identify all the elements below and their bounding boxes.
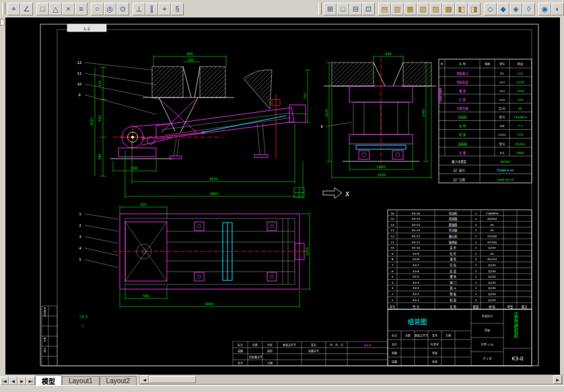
tab-nav-first[interactable]: |◀	[0, 377, 9, 385]
osnap-center-icon[interactable]: ○	[91, 3, 104, 15]
side-view: 900 250 410 560 580 1620 740 3150 3960 5…	[77, 52, 310, 198]
drawing-type: 组装图	[408, 318, 427, 325]
svg-text:12: 12	[77, 61, 81, 65]
right-view-icon[interactable]: ▧	[417, 3, 429, 15]
tab-layout2[interactable]: Layout2	[100, 376, 137, 385]
svg-text:1500: 1500	[378, 173, 386, 177]
svg-text:740: 740	[303, 93, 307, 100]
tab-model[interactable]: 模型	[35, 375, 62, 385]
svg-text:900: 900	[186, 52, 193, 56]
svg-text:15K3-15减速器1ZQ350: 15K3-15减速器1ZQ350	[390, 217, 497, 221]
svg-text:580: 580	[98, 153, 102, 160]
autocad-window: ⌖ ∠ □ △ × ≡ ○ ◎ ⊙ ⊥ ∥ + § ⊞ □ ⊟ ⊡ ▤ ▥ ▦ …	[0, 0, 564, 392]
svg-text:技术特性: 技术特性	[438, 87, 442, 104]
roughness-note: ▽6.3	[79, 315, 87, 319]
front-view-icon[interactable]: ▨	[429, 3, 442, 15]
view-next-icon[interactable]: ◨	[468, 3, 481, 15]
margin-table: 底图总号 签字 日期	[42, 306, 57, 366]
svg-text:3150: 3150	[209, 177, 218, 181]
osnap-endpoint-icon[interactable]: □	[36, 3, 49, 15]
svg-text:描图描校底图总号: 描图描校底图总号	[238, 349, 319, 353]
svg-text:最大块重量600KG: 最大块重量600KG	[452, 159, 511, 164]
svg-text:4: 4	[79, 246, 81, 250]
revision-table: 标记处数分区更改文件号签名年、月、日 K3-0 描图描校底图总号 旧底图总号 签…	[233, 342, 388, 366]
svg-text:5K3-5槽 体1Q235: 5K3-5槽 体1Q235	[392, 274, 496, 279]
svg-text:序: 序	[441, 62, 444, 66]
svg-text:减速器型号ZQ350: 减速器型号ZQ350	[458, 142, 525, 147]
toolbar-drag-handle[interactable]	[2, 3, 5, 15]
svg-text:给料能力t/h150: 给料能力t/h150	[456, 71, 523, 76]
svg-text:10: 10	[77, 82, 81, 86]
svg-text:1060: 1060	[421, 109, 425, 118]
camera-icon[interactable]: ◉	[538, 3, 551, 15]
svg-text:12K3-12偏心轮2HT200: 12K3-12偏心轮2HT200	[390, 234, 497, 239]
plot-preview-icon[interactable]: □	[337, 3, 349, 15]
tab-layout1[interactable]: Layout1	[62, 376, 100, 385]
osnap-tangent-icon[interactable]: ⊙	[116, 3, 129, 15]
docked-toolbar-handle[interactable]	[0, 19, 5, 26]
view-previous-icon[interactable]: ◧	[455, 3, 468, 15]
svg-text:3K3-3漏 斗1Q235: 3K3-3漏 斗1Q235	[392, 286, 496, 290]
svg-text:1K3-1机 架1Q235: 1K3-1机 架1Q235	[392, 298, 496, 303]
top-view-icon[interactable]: ▤	[378, 3, 391, 15]
zone-label: 1-2	[83, 26, 90, 31]
orbit-icon[interactable]: ◐	[551, 3, 564, 15]
back-view-icon[interactable]: ▩	[442, 3, 455, 15]
spec-table: 序 名 称 规格 单位 数量 技术特性 给料能力t/h150 给料粒度mm≤35…	[438, 59, 532, 183]
svg-text:出厂编号TL888-8-45: 出厂编号TL888-8-45	[453, 168, 514, 173]
cad-drawing: 1-2 ▽6.3 ▽ 900 250 410	[5, 17, 560, 375]
scroll-left-icon[interactable]: ◀	[140, 375, 149, 384]
page-setup-icon[interactable]: ⊡	[362, 3, 375, 15]
osnap-track-icon[interactable]: ⌖	[7, 3, 20, 15]
osnap-intersection-icon[interactable]: ×	[62, 3, 75, 15]
osnap-node-icon[interactable]: +	[158, 3, 171, 15]
osnap-perpendicular-icon[interactable]: ⊥	[133, 3, 145, 15]
svg-text:转 速r/min970: 转 速r/min970	[459, 132, 523, 137]
svg-text:560: 560	[143, 294, 149, 298]
named-views-icon[interactable]: ⊞	[324, 3, 337, 15]
svg-text:设计标准化: 设计标准化	[392, 342, 439, 346]
svg-text:2: 2	[79, 223, 81, 227]
horizontal-scrollbar[interactable]: ◀ ▶	[139, 375, 563, 385]
product-name: 往复式给料机	[513, 311, 518, 340]
plan-view: 1 2 3 4 5 620 1240 560 3800	[79, 202, 311, 308]
svg-text:6K3-6底 架1Q235: 6K3-6底 架1Q235	[392, 269, 496, 274]
osnap-settings-icon[interactable]: §	[171, 3, 184, 15]
nw-isometric-icon[interactable]: ◊	[522, 3, 535, 15]
roughness-note-2: ▽	[81, 324, 84, 328]
bom-table: 序号代 号名 称数量材 料单重备注 16K3-16电动机1Y160M-6 15K…	[388, 210, 532, 309]
svg-text:序号代 号名 称数量材 料单重备注: 序号代 号名 称数量材 料单重备注	[390, 305, 528, 309]
scrollbar-thumb[interactable]	[149, 376, 196, 383]
left-view-icon[interactable]: ▦	[404, 3, 417, 15]
svg-text:3800: 3800	[205, 302, 214, 306]
svg-text:4K3-4闸 门1Q235: 4K3-4闸 门1Q235	[392, 280, 496, 285]
osnap-midpoint-icon[interactable]: △	[49, 3, 62, 15]
svg-text:9K3-9拉 杆245: 9K3-9拉 杆245	[392, 251, 494, 256]
paper-space-icon[interactable]: ⊟	[349, 3, 362, 15]
svg-text:行 程mm200: 行 程mm200	[459, 97, 523, 102]
tab-nav-prev[interactable]: ◀	[9, 377, 17, 385]
svg-text:质量: 质量	[485, 328, 490, 332]
ne-isometric-icon[interactable]: ◈	[509, 3, 522, 15]
svg-text:1240: 1240	[324, 109, 328, 118]
svg-text:10K3-10连 杆2Q235: 10K3-10连 杆2Q235	[390, 245, 496, 250]
tab-nav-next[interactable]: ▶	[17, 377, 26, 385]
se-isometric-icon[interactable]: ◆	[497, 3, 509, 15]
osnap-parallel-icon[interactable]: ∥	[145, 3, 158, 15]
tab-nav-last[interactable]: ▶|	[26, 377, 35, 385]
svg-text:14K3-14联轴器245: 14K3-14联轴器245	[390, 223, 494, 227]
svg-text:5: 5	[79, 258, 81, 262]
osnap-quadrant-icon[interactable]: ◎	[104, 3, 116, 15]
toolbar-drag-handle-2[interactable]	[318, 3, 322, 15]
svg-text:430: 430	[385, 52, 392, 56]
sw-isometric-icon[interactable]: ◇	[484, 3, 497, 15]
drawing-canvas[interactable]: 1-2 ▽6.3 ▽ 900 250 410	[5, 17, 560, 375]
svg-text:1: 1	[79, 212, 81, 216]
svg-text:共 1 张: 共 1 张	[483, 356, 491, 360]
svg-text:数量: 数量	[518, 62, 523, 66]
osnap-extension-icon[interactable]: ≡	[75, 3, 87, 15]
svg-text:K3-0: K3-0	[364, 344, 371, 347]
scroll-right-icon[interactable]: ▶	[553, 375, 562, 384]
bottom-view-icon[interactable]: ▥	[391, 3, 404, 15]
osnap-from-icon[interactable]: ∠	[20, 3, 33, 15]
